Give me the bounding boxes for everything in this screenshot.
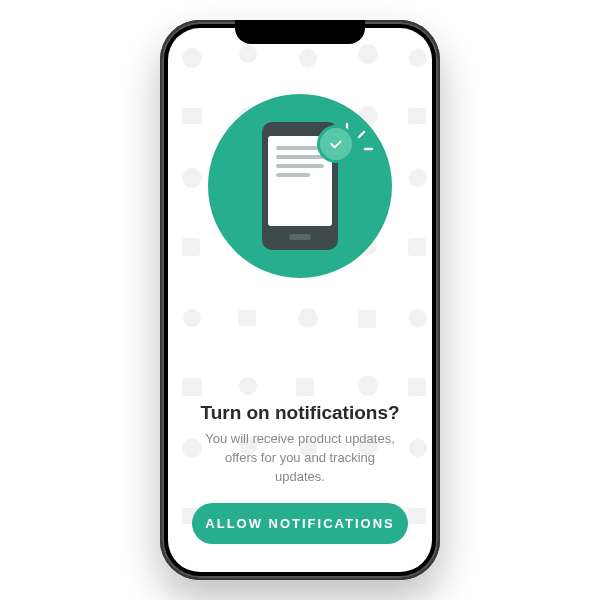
checkmark-badge-icon: [320, 128, 352, 160]
svg-line-40: [359, 132, 364, 137]
prompt-description: You will receive product updates, offers…: [192, 430, 408, 487]
phone-icon: [262, 122, 338, 250]
phone-device-frame: Turn on notifications? You will receive …: [160, 20, 440, 580]
permission-prompt: Turn on notifications? You will receive …: [168, 28, 432, 572]
prompt-text-block: Turn on notifications? You will receive …: [192, 402, 408, 503]
notification-illustration: [208, 94, 392, 278]
device-notch: [235, 20, 365, 44]
allow-notifications-button[interactable]: ALLOW NOTIFICATIONS: [192, 503, 408, 544]
prompt-title: Turn on notifications?: [192, 402, 408, 424]
app-screen: Turn on notifications? You will receive …: [168, 28, 432, 572]
